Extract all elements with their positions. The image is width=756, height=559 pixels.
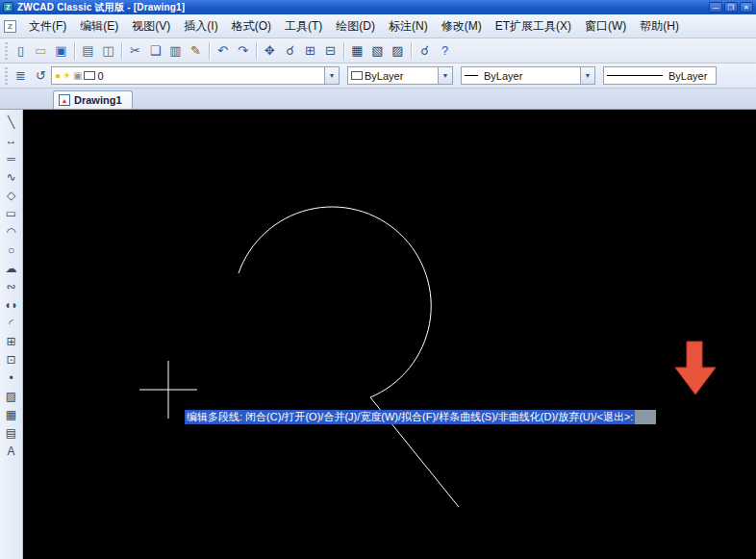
copy-icon[interactable]: ❏ [145, 41, 165, 61]
ellipse-icon[interactable]: ◖◗ [2, 295, 21, 314]
spline-icon[interactable]: ∾ [2, 277, 21, 295]
drawing-canvas[interactable]: 编辑多段线: 闭合(C)/打开(O)/合并(J)/宽度(W)/拟合(F)/样条曲… [23, 110, 756, 559]
toolpalettes-icon[interactable]: ▨ [388, 41, 408, 61]
toolbar-separator [256, 42, 257, 60]
menu-item-format[interactable]: 格式(O) [225, 15, 278, 38]
match-properties-icon[interactable]: ✎ [186, 41, 206, 61]
arc-icon[interactable]: ◠ [2, 222, 21, 241]
ellipse-arc-icon[interactable]: ◜ [2, 314, 21, 332]
current-linetype-name: ByLayer [484, 70, 522, 82]
menu-item-view[interactable]: 视图(V) [125, 15, 177, 38]
standard-toolbar: ▯▭▣▤◫✂❏▥✎↶↷✥☌⊞⊟▦▧▨☌? [0, 38, 756, 64]
menu-bar: Z 文件(F)编辑(E)视图(V)插入(I)格式(O)工具(T)绘图(D)标注(… [0, 14, 756, 38]
redo-icon[interactable]: ↷ [233, 41, 253, 61]
cut-icon[interactable]: ✂ [125, 41, 145, 61]
layer-dropdown-arrow[interactable]: ▼ [324, 67, 339, 84]
menu-item-window[interactable]: 窗口(W) [578, 15, 633, 38]
layer-lock-icon[interactable]: ▣ [73, 71, 82, 81]
properties-palette-icon[interactable]: ▦ [347, 41, 367, 61]
save-icon[interactable]: ▣ [51, 41, 71, 61]
annotation-arrow [673, 341, 718, 396]
current-color-swatch [351, 71, 363, 80]
drawing-svg [23, 110, 756, 559]
color-dropdown-arrow[interactable]: ▼ [438, 67, 452, 84]
toolbar-separator [121, 42, 122, 60]
undo-icon[interactable]: ↶ [213, 41, 233, 61]
toolbar-grip[interactable] [5, 67, 8, 85]
point-icon[interactable]: • [2, 368, 21, 387]
table-icon[interactable]: ▤ [2, 423, 21, 442]
toolbar-grip[interactable] [5, 42, 8, 60]
menu-item-insert[interactable]: 插入(I) [177, 15, 224, 38]
insert-block-icon[interactable]: ⊞ [2, 332, 21, 350]
menu-item-modify[interactable]: 修改(M) [435, 15, 489, 38]
mtext-icon[interactable]: A [2, 442, 21, 460]
print-icon[interactable]: ▤ [78, 41, 98, 61]
mline-icon[interactable]: ═ [2, 149, 21, 167]
print-preview-icon[interactable]: ◫ [98, 41, 118, 61]
layer-combobox[interactable]: ● ☀ ▣ 0 ▼ [51, 66, 340, 85]
toolbar-separator [74, 42, 75, 60]
title-bar[interactable]: Z ZWCAD Classic 试用版 - [Drawing1] — ❐ ✕ [0, 0, 756, 14]
lineweight-combobox[interactable]: ByLayer [603, 66, 717, 85]
down-arrow-icon [675, 342, 716, 394]
paste-icon[interactable]: ▥ [165, 41, 186, 61]
linetype-preview [465, 75, 478, 76]
lineweight-preview [607, 75, 663, 76]
designcenter-icon[interactable]: ▧ [367, 41, 388, 61]
pan-icon[interactable]: ✥ [260, 41, 280, 61]
xline-icon[interactable]: ↔ [2, 131, 21, 149]
hatch-icon[interactable]: ▨ [2, 387, 21, 405]
minimize-button[interactable]: — [709, 2, 722, 13]
menu-item-express[interactable]: ET扩展工具(X) [489, 15, 578, 38]
zoom-previous-icon[interactable]: ⊟ [320, 41, 340, 61]
linetype-dropdown-arrow[interactable]: ▼ [580, 67, 594, 84]
find-icon[interactable]: ☌ [415, 41, 435, 61]
color-combobox[interactable]: ByLayer ▼ [347, 66, 453, 85]
toolbar-separator [209, 42, 210, 60]
properties-toolbar: ≣ ↺ ● ☀ ▣ 0 ▼ ByLayer ▼ ByLayer ▼ [0, 64, 756, 89]
zoom-window-icon[interactable]: ⊞ [300, 41, 320, 61]
dwg-file-icon: ▲ [59, 94, 70, 106]
layer-color-swatch [84, 71, 95, 80]
open-folder-icon[interactable]: ▭ [31, 41, 51, 61]
menu-item-file[interactable]: 文件(F) [22, 15, 73, 38]
layer-previous-icon[interactable]: ↺ [31, 66, 51, 86]
layer-bulb-icon[interactable]: ● [55, 71, 61, 81]
tab-label: Drawing1 [74, 94, 122, 106]
layers-manager-icon[interactable]: ≣ [11, 66, 31, 86]
menu-item-edit[interactable]: 编辑(E) [73, 15, 125, 38]
revcloud-icon[interactable]: ☁ [2, 259, 21, 277]
line-icon[interactable]: ╲ [2, 113, 21, 131]
polyline-icon[interactable]: ∿ [2, 167, 21, 186]
zoom-realtime-icon[interactable]: ☌ [280, 41, 300, 61]
child-window-icon[interactable]: Z [4, 20, 16, 33]
tab-drawing1[interactable]: ▲ Drawing1 [53, 90, 133, 109]
current-lineweight-name: ByLayer [668, 70, 707, 82]
command-prompt-overlay[interactable]: 编辑多段线: 闭合(C)/打开(O)/合并(J)/宽度(W)/拟合(F)/样条曲… [185, 410, 656, 424]
toolbar-separator [411, 42, 412, 60]
layer-freeze-icon[interactable]: ☀ [63, 71, 71, 81]
current-color-name: ByLayer [365, 70, 403, 82]
help-icon[interactable]: ? [435, 41, 455, 61]
draw-toolbar: ╲↔═∿◇▭◠○☁∾◖◗◜⊞⊡•▨▦▤A [0, 110, 23, 559]
window-title: ZWCAD Classic 试用版 - [Drawing1] [17, 1, 185, 14]
linetype-combobox[interactable]: ByLayer ▼ [461, 66, 595, 85]
menu-item-draw[interactable]: 绘图(D) [329, 15, 382, 38]
make-block-icon[interactable]: ⊡ [2, 350, 21, 368]
menu-item-tools[interactable]: 工具(T) [278, 15, 329, 38]
polygon-icon[interactable]: ◇ [2, 186, 21, 204]
app-logo-icon: Z [3, 2, 13, 13]
polyline-arc-segment[interactable] [239, 207, 431, 397]
command-input-cursor[interactable] [635, 410, 656, 424]
toolbar-separator [343, 42, 344, 60]
menu-item-dimension[interactable]: 标注(N) [382, 15, 435, 38]
close-button[interactable]: ✕ [740, 2, 753, 13]
rectangle-icon[interactable]: ▭ [2, 204, 21, 222]
restore-button[interactable]: ❐ [724, 2, 738, 13]
new-file-icon[interactable]: ▯ [11, 41, 31, 61]
menu-item-help[interactable]: 帮助(H) [633, 15, 686, 38]
circle-icon[interactable]: ○ [2, 241, 21, 259]
region-icon[interactable]: ▦ [2, 405, 21, 423]
command-prompt-text: 编辑多段线: 闭合(C)/打开(O)/合并(J)/宽度(W)/拟合(F)/样条曲… [185, 410, 635, 424]
